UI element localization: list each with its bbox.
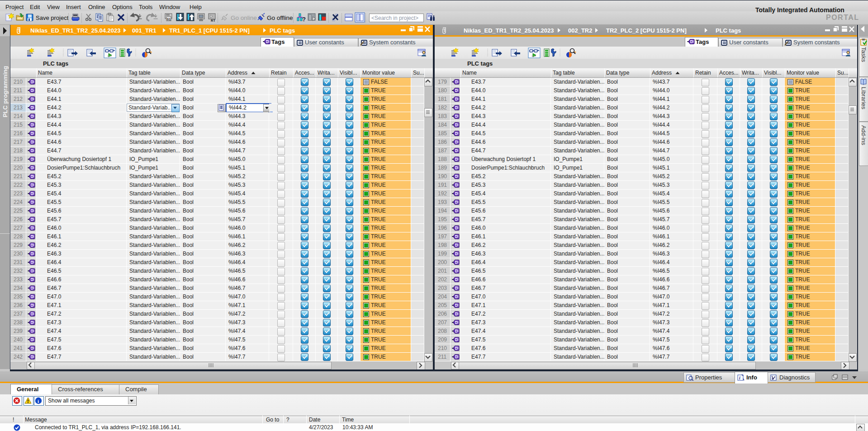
svg-text:RT: RT — [211, 19, 215, 23]
svg-text:?: ? — [302, 16, 306, 23]
svg-text:i: i — [38, 398, 39, 404]
svg-text:i: i — [739, 375, 740, 380]
svg-text:01: 01 — [167, 17, 171, 21]
